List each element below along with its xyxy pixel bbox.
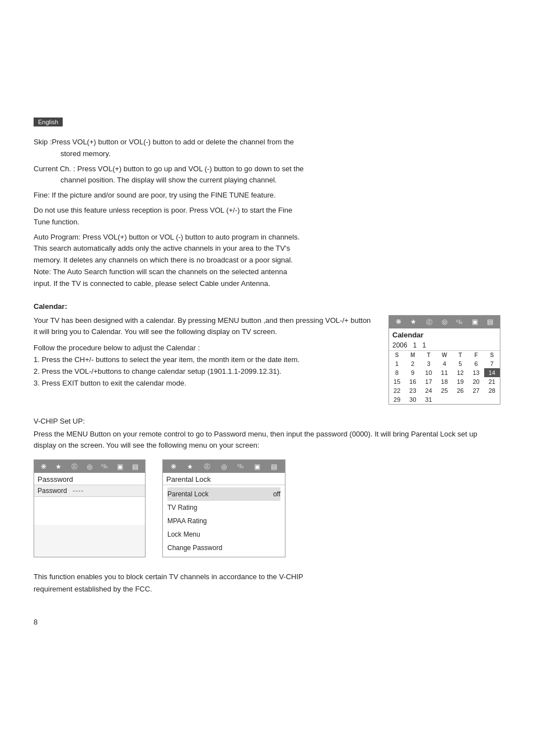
password-field-row: Password ---- (34, 485, 145, 497)
icon-1: ❋ (396, 318, 401, 326)
table-row: 22232425262728 (389, 386, 500, 395)
vchip-section: V-CHIP Set UP: Press the MENU Button on … (34, 417, 500, 558)
password-panel: ❋ ★ ㊣ ◎ ⁰/₀ ▣ ▤ Passsword Password ---- (34, 459, 146, 557)
pl-icon-3: ㊣ (204, 462, 210, 471)
fine-paragraph: Fine: If the picture and/or sound are po… (34, 190, 500, 201)
parental-menu: Parental Lock off TV Rating MPAA Rating … (163, 485, 285, 557)
pl-icon-7: ▤ (271, 463, 277, 471)
calendar-procedure: Follow the procedure below to adjust the… (34, 342, 372, 354)
widget-title: Calendar (389, 328, 500, 340)
calendar-section: Calendar: Your TV has been designed with… (34, 302, 500, 405)
tv-rating-item: TV Rating (167, 501, 280, 514)
pw-icon-4: ◎ (87, 463, 92, 471)
lock-menu-item: Lock Menu (167, 528, 280, 541)
bottom-text: This function enables you to block certa… (34, 571, 500, 595)
icon-7: ▤ (487, 318, 493, 326)
pl-icon-1: ❋ (171, 463, 176, 471)
table-row: 1234567 (389, 359, 500, 368)
table-row: 15161718192021 (389, 377, 500, 386)
pw-icon-3: ㊣ (71, 462, 78, 471)
calendar-step-3: 3. Press EXIT button to exit the calenda… (34, 378, 372, 389)
pw-icon-1: ❋ (41, 463, 46, 471)
pl-icon-5: ⁰/₀ (237, 463, 243, 469)
parental-panel-topbar: ❋ ★ ㊣ ◎ ⁰/₀ ▣ ▤ (163, 460, 285, 473)
vchip-title: V-CHIP Set UP: (34, 417, 500, 425)
calendar-table: S M T W T F S 1234567 891011121314 (389, 351, 500, 404)
pl-icon-6: ▣ (254, 463, 260, 471)
icon-4: ◎ (442, 318, 447, 326)
auto-paragraph: Auto Program: Press VOL(+) button or VOL… (34, 232, 500, 290)
icon-3: ㊣ (426, 317, 433, 327)
vchip-panels: ❋ ★ ㊣ ◎ ⁰/₀ ▣ ▤ Passsword Password ---- … (34, 459, 500, 557)
parental-panel-title: Parental Lock (163, 473, 285, 485)
pw-icon-7: ▤ (132, 463, 138, 471)
calendar-step-1: 1. Press the CH+/- buttons to select the… (34, 354, 372, 366)
calendar-title: Calendar: (34, 302, 500, 311)
pw-icon-2: ★ (55, 463, 62, 471)
pw-icon-5: ⁰/₀ (101, 463, 107, 469)
widget-year-row: 2006 1 1 (389, 340, 500, 351)
table-row: 891011121314 (389, 368, 500, 377)
current-ch-paragraph: Current Ch. : Press VOL(+) button to go … (34, 163, 500, 187)
mpaa-rating-item: MPAA Rating (167, 514, 280, 528)
icon-5: ⁰/₀ (456, 319, 462, 325)
calendar-widget: ❋ ★ ㊣ ◎ ⁰/₀ ▣ ▤ Calendar 2006 1 1 S (388, 315, 500, 405)
password-panel-spacer (34, 497, 145, 525)
do-not-paragraph: Do not use this feature unless reception… (34, 205, 500, 228)
skip-paragraph: Skip :Press VOL(+) button or VOL(-) butt… (34, 137, 500, 160)
table-row: 293031 (389, 395, 500, 404)
calendar-step-2: 2. Press the VOL-/+buttons to change cal… (34, 366, 372, 378)
pw-icon-6: ▣ (117, 463, 123, 471)
pl-icon-4: ◎ (221, 463, 227, 471)
page-number: 8 (34, 618, 500, 626)
parental-lock-item: Parental Lock off (167, 487, 280, 501)
calendar-text: Your TV has been designed with a calenda… (34, 315, 372, 389)
widget-topbar: ❋ ★ ㊣ ◎ ⁰/₀ ▣ ▤ (389, 316, 500, 328)
change-password-item: Change Password (167, 541, 280, 555)
password-panel-topbar: ❋ ★ ㊣ ◎ ⁰/₀ ▣ ▤ (34, 460, 145, 473)
bottom-line-1: This function enables you to block certa… (34, 571, 500, 583)
english-badge: English (34, 118, 63, 126)
password-panel-title: Passsword (34, 473, 145, 485)
calendar-intro: Your TV has been designed with a calenda… (34, 315, 372, 339)
icon-6: ▣ (472, 318, 478, 326)
parental-lock-panel: ❋ ★ ㊣ ◎ ⁰/₀ ▣ ▤ Parental Lock Parental L… (162, 459, 285, 557)
icon-2: ★ (410, 318, 416, 326)
pl-icon-2: ★ (187, 463, 193, 471)
vchip-description: Press the MENU Button on your remote con… (34, 429, 500, 452)
bottom-line-2: requirement established by the FCC. (34, 583, 500, 595)
